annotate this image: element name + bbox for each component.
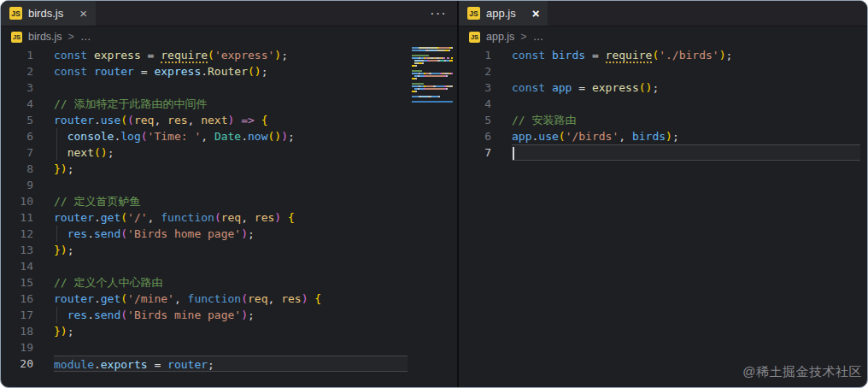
minimap-line [412, 68, 453, 69]
code-token: express [592, 81, 639, 94]
minimap-line [412, 91, 453, 92]
breadcrumb-file[interactable]: birds.js [28, 31, 62, 43]
code-token: ) [274, 130, 281, 143]
code-token: ) [241, 227, 248, 240]
minimap-line [412, 80, 453, 82]
code-line[interactable]: 6 console.log('Time: ', Date.now()); [1, 128, 457, 144]
code-line[interactable]: 4 [459, 96, 867, 112]
close-tab-icon[interactable]: × [79, 7, 87, 20]
code-line[interactable]: 2 [459, 63, 867, 79]
breadcrumb-separator-icon: > [520, 31, 526, 43]
tab-app-js[interactable]: JS app.js × [459, 1, 548, 26]
code-token: , [154, 114, 167, 126]
code-token: req [248, 292, 267, 305]
code-token: router [54, 292, 94, 305]
editor-app-js[interactable]: 1const birds = require('./birds');2 3con… [459, 47, 867, 161]
line-number: 13 [1, 242, 33, 258]
code-line[interactable]: 14 [1, 258, 457, 274]
code-token: res [281, 292, 301, 305]
code-token: = [148, 358, 167, 371]
code-token: ( [94, 146, 101, 159]
line-number: 7 [459, 144, 491, 161]
tab-birds-js[interactable]: JS birds.js × [1, 1, 96, 26]
code-token: ; [67, 162, 74, 175]
code-line[interactable]: 17 res.send('Birds mine page'); [1, 307, 457, 323]
code-token: router [54, 211, 94, 224]
code-token: next [67, 146, 94, 159]
line-number: 1 [459, 47, 491, 63]
minimap-line [412, 75, 453, 77]
code-token: birds [552, 49, 585, 62]
code-line[interactable]: 9 [1, 177, 457, 193]
breadcrumb-more[interactable]: … [80, 31, 91, 43]
more-actions-button[interactable]: ··· [430, 1, 447, 26]
code-text [512, 96, 860, 112]
code-token: function [188, 292, 242, 305]
code-token: ) [101, 146, 108, 159]
line-number: 7 [1, 144, 33, 161]
code-text [54, 79, 408, 96]
code-line[interactable]: 15// 定义个人中心路由 [1, 274, 457, 291]
line-number: 16 [1, 291, 33, 307]
line-number: 4 [459, 96, 491, 112]
code-token: ) [255, 65, 261, 78]
code-line[interactable]: 3 [1, 79, 457, 96]
line-number: 2 [459, 63, 491, 79]
breadcrumb[interactable]: JS app.js > … [459, 26, 867, 47]
code-token: const [512, 81, 552, 94]
code-text: const app = express(); [512, 79, 860, 96]
code-token: res [167, 114, 187, 126]
code-line[interactable]: 8}); [1, 161, 457, 177]
code-line[interactable]: 5router.use((req, res, next) => { [1, 112, 457, 128]
line-number: 11 [1, 209, 33, 226]
code-token: , [201, 130, 214, 143]
minimap-line [412, 47, 453, 49]
code-text: const express = require('express'); [54, 47, 408, 63]
code-token: , [188, 114, 202, 126]
code-line[interactable]: 16router.get('/mine', function(req, res)… [1, 291, 457, 307]
code-line[interactable]: 10// 定义首页鲈鱼 [1, 193, 457, 209]
breadcrumb-more[interactable]: … [533, 31, 544, 43]
code-line[interactable]: 6app.use('/birds', birds); [459, 128, 867, 144]
code-line[interactable]: 1const birds = require('./birds'); [459, 47, 867, 63]
code-line[interactable]: 11router.get('/', function(req, res) { [1, 209, 457, 226]
code-text: const router = express.Router(); [54, 63, 408, 79]
minimap-line [412, 60, 453, 62]
breadcrumb[interactable]: JS birds.js > … [1, 26, 457, 47]
minimap-line [412, 65, 453, 67]
minimap[interactable] [412, 47, 453, 98]
code-text: router.use((req, res, next) => { [54, 112, 408, 128]
code-line[interactable]: 18}); [1, 323, 457, 339]
code-line[interactable]: 19 [1, 339, 457, 356]
breadcrumb-file[interactable]: app.js [486, 31, 514, 43]
code-line[interactable]: 7 [459, 144, 867, 161]
code-line[interactable]: 7 next(); [1, 144, 457, 161]
code-token: function [161, 211, 214, 224]
code-token: } [54, 162, 61, 175]
code-line[interactable]: 13}); [1, 242, 457, 258]
code-token: ( [208, 49, 214, 62]
code-token: ) [61, 162, 67, 175]
close-tab-icon[interactable]: × [532, 7, 540, 20]
code-line[interactable]: 4// 添加特定于此路由的中间件 [1, 96, 457, 112]
code-line[interactable]: 2const router = express.Router(); [1, 63, 457, 79]
code-token: use [101, 114, 120, 126]
code-line[interactable]: 12 res.send('Birds home page'); [1, 226, 457, 242]
watermark: @稀土掘金技术社区 [742, 364, 862, 380]
code-line[interactable]: 3const app = express(); [459, 79, 867, 96]
javascript-file-icon: JS [467, 7, 480, 20]
line-number: 6 [459, 128, 491, 144]
code-line[interactable]: 1const express = require('express'); [1, 47, 457, 63]
code-token: { [288, 211, 295, 224]
code-line[interactable]: 20module.exports = router; [1, 356, 457, 372]
editor-birds-js[interactable]: 1const express = require('express');2con… [1, 47, 457, 372]
code-token: ( [120, 227, 127, 240]
line-number: 10 [1, 193, 33, 209]
minimap-line [412, 73, 453, 74]
code-token: ( [120, 211, 127, 224]
code-token [54, 309, 67, 321]
code-line[interactable]: 5// 安装路由 [459, 112, 867, 128]
code-token: const [54, 65, 94, 78]
code-token: router [167, 358, 208, 371]
code-token: console [67, 130, 114, 143]
